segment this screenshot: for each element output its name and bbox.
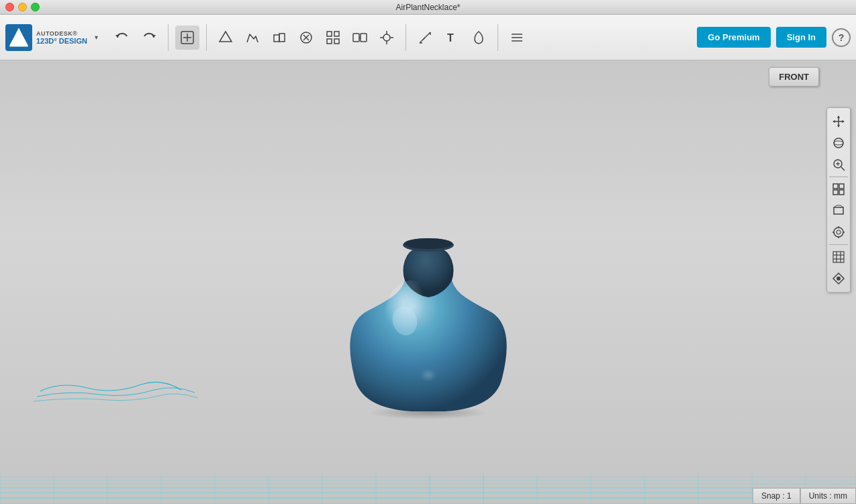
- front-label[interactable]: FRONT: [769, 67, 819, 87]
- camera-view-button[interactable]: [827, 221, 850, 243]
- autodesk-label: AUTODESK®: [36, 30, 87, 37]
- redo-button[interactable]: [137, 26, 161, 50]
- svg-text:T: T: [447, 32, 454, 44]
- go-premium-button[interactable]: Go Premium: [697, 27, 770, 48]
- app-name-label: 123D° DESIGN: [36, 37, 87, 45]
- svg-marker-67: [833, 120, 835, 123]
- layers-button[interactable]: [505, 26, 529, 50]
- svg-marker-68: [842, 120, 845, 123]
- help-button[interactable]: ?: [832, 28, 851, 47]
- sign-in-button[interactable]: Sign In: [776, 27, 826, 48]
- viewport[interactable]: FRONT Snap : 1 Units : mm: [0, 60, 856, 504]
- svg-rect-9: [274, 35, 279, 42]
- view-divider-2: [829, 244, 848, 245]
- svg-marker-65: [837, 115, 840, 118]
- svg-point-83: [834, 228, 843, 237]
- svg-rect-79: [834, 207, 843, 214]
- svg-point-21: [383, 34, 390, 41]
- window-title: AirPlantNecklace*: [395, 3, 460, 12]
- divider-3: [406, 24, 406, 51]
- group-button[interactable]: [348, 26, 372, 50]
- svg-rect-0: [7, 26, 31, 50]
- pattern-button[interactable]: [321, 26, 345, 50]
- svg-point-69: [834, 138, 843, 148]
- construct-button[interactable]: [267, 26, 291, 50]
- svg-point-61: [412, 358, 445, 385]
- svg-rect-17: [334, 39, 339, 44]
- vase-3d-model[interactable]: [341, 230, 516, 418]
- text-button[interactable]: T: [440, 26, 464, 50]
- divider-4: [497, 24, 498, 51]
- measure-button[interactable]: [413, 26, 437, 50]
- svg-rect-16: [327, 39, 332, 44]
- svg-point-59: [404, 238, 453, 249]
- sketch-lines: [34, 378, 201, 405]
- render-style-button[interactable]: [827, 268, 850, 289]
- zoom-button[interactable]: [827, 154, 850, 175]
- maximize-button[interactable]: [31, 3, 40, 11]
- svg-rect-15: [334, 32, 339, 36]
- svg-point-95: [837, 276, 841, 281]
- svg-marker-8: [220, 32, 232, 42]
- grid-toggle-button[interactable]: [827, 246, 850, 268]
- svg-rect-14: [327, 32, 332, 36]
- svg-rect-78: [839, 190, 844, 195]
- undo-button[interactable]: [110, 26, 134, 50]
- snap-status[interactable]: Snap : 1: [753, 488, 800, 504]
- material-button[interactable]: [467, 26, 491, 50]
- minimize-button[interactable]: [18, 3, 27, 11]
- logo-dropdown[interactable]: ▾: [91, 32, 102, 43]
- perspective-button[interactable]: [827, 200, 850, 221]
- svg-rect-93: [833, 252, 844, 262]
- fit-view-button[interactable]: [827, 179, 850, 200]
- close-button[interactable]: [5, 3, 14, 11]
- view-controls: [826, 107, 851, 293]
- snap-button[interactable]: [375, 26, 399, 50]
- toolbar: AUTODESK® 123D° DESIGN ▾: [0, 15, 856, 60]
- logo-area[interactable]: AUTODESK® 123D° DESIGN ▾: [5, 24, 102, 51]
- units-status[interactable]: Units : mm: [800, 488, 856, 504]
- toolbar-right: Go Premium Sign In ?: [697, 27, 851, 48]
- svg-rect-18: [353, 34, 359, 42]
- svg-point-70: [834, 141, 843, 145]
- statusbar: Snap : 1 Units : mm: [753, 488, 856, 504]
- svg-rect-19: [361, 34, 367, 42]
- autodesk-logo: [5, 24, 32, 51]
- svg-rect-77: [833, 190, 838, 195]
- sketch-button[interactable]: [240, 26, 265, 50]
- svg-marker-66: [837, 125, 840, 128]
- logo-text: AUTODESK® 123D° DESIGN: [36, 30, 87, 45]
- svg-point-84: [837, 230, 841, 234]
- modify-button[interactable]: [294, 26, 318, 50]
- svg-marker-3: [115, 35, 120, 38]
- svg-line-29: [423, 38, 425, 40]
- svg-line-72: [841, 167, 845, 170]
- new-shape-button[interactable]: [175, 26, 199, 50]
- divider-1: [168, 24, 169, 51]
- orbit-button[interactable]: [827, 132, 850, 154]
- primitives-button[interactable]: [213, 26, 238, 50]
- pan-button[interactable]: [827, 111, 850, 132]
- svg-marker-4: [152, 35, 156, 38]
- svg-rect-75: [833, 184, 838, 189]
- divider-2: [206, 24, 207, 51]
- view-divider-1: [829, 177, 848, 177]
- traffic-lights: [5, 3, 40, 11]
- svg-rect-10: [279, 34, 285, 42]
- svg-rect-76: [839, 184, 844, 189]
- titlebar: AirPlantNecklace*: [0, 0, 856, 15]
